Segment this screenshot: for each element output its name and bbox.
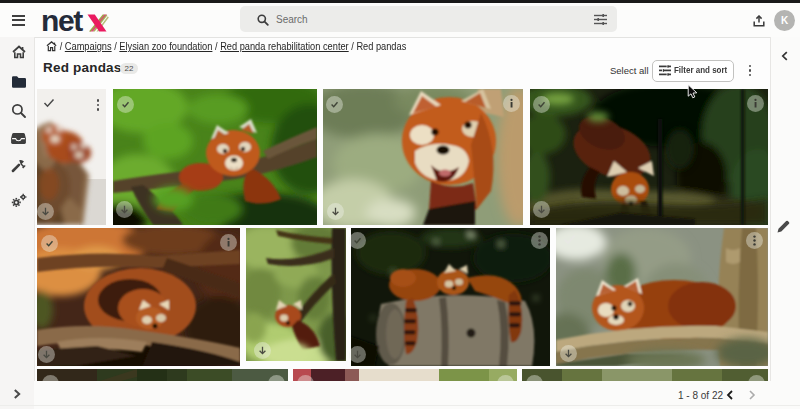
svg-text:net: net	[42, 6, 83, 34]
